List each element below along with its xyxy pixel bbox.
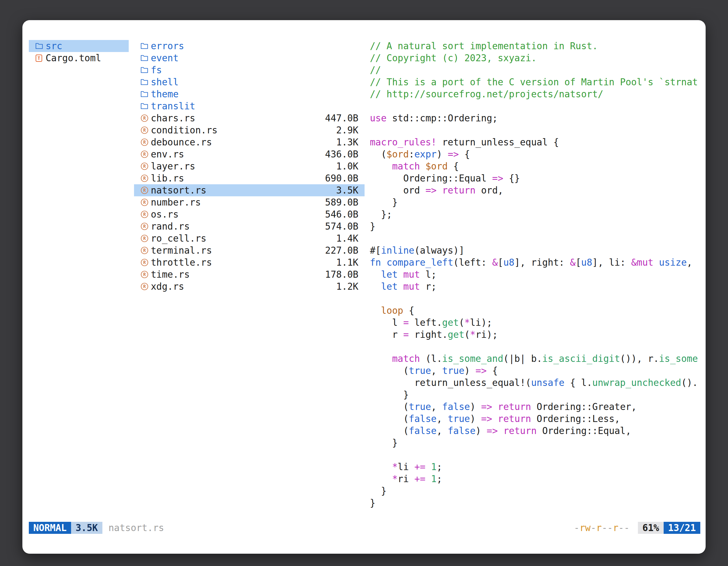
file-name: errors [151, 40, 184, 52]
file-name: time.rs [151, 269, 190, 281]
rust-file-icon: R [140, 234, 151, 243]
code-line: } [370, 497, 700, 509]
svg-text:T: T [37, 56, 40, 61]
file-name: terminal.rs [151, 245, 212, 257]
file-row-shell[interactable]: shell [134, 76, 365, 88]
code-line: (false, true) => return Ordering::Less, [370, 413, 700, 425]
file-size: 1.0K [336, 160, 358, 172]
file-row-chars.rs[interactable]: Rchars.rs447.0B [134, 112, 365, 124]
svg-text:R: R [143, 248, 146, 253]
svg-text:R: R [143, 224, 146, 229]
rust-file-icon: R [140, 198, 151, 207]
file-name: layer.rs [151, 160, 195, 172]
code-line: (false, false) => return Ordering::Equal… [370, 425, 700, 437]
file-name: src [46, 40, 62, 52]
rust-file-icon: R [140, 162, 151, 171]
file-size: 574.0B [325, 220, 358, 233]
code-line: loop { [370, 304, 700, 316]
code-line: // This is a port of the C version of Ma… [370, 76, 700, 88]
code-line: *li += 1; [370, 461, 700, 473]
file-row-fs[interactable]: fs [134, 64, 365, 76]
code-line: ord => return ord, [370, 184, 700, 196]
folder-icon [140, 42, 151, 50]
svg-text:R: R [143, 164, 146, 169]
file-row-layer.rs[interactable]: Rlayer.rs1.0K [134, 160, 365, 172]
code-line: let mut l; [370, 269, 700, 281]
file-size: 2.9K [336, 124, 358, 136]
code-line: fn compare_left(left: &[u8], right: &[u8… [370, 257, 700, 269]
file-row-os.rs[interactable]: Ros.rs546.0B [134, 208, 365, 220]
status-bar: NORMAL 3.5K natsort.rs -rw-r--r-- 61% 13… [29, 522, 700, 534]
code-line: }; [370, 208, 700, 220]
code-line: l = left.get(*li); [370, 316, 700, 328]
file-row-natsort.rs[interactable]: Rnatsort.rs3.5K [134, 184, 365, 196]
file-size: 178.0B [325, 269, 358, 281]
file-row-terminal.rs[interactable]: Rterminal.rs227.0B [134, 245, 365, 257]
file-row-env.rs[interactable]: Renv.rs436.0B [134, 148, 365, 160]
permissions-text: -rw-r--r-- [574, 522, 630, 534]
file-row-rand.rs[interactable]: Rrand.rs574.0B [134, 220, 365, 233]
file-row-ro_cell.rs[interactable]: Rro_cell.rs1.4K [134, 233, 365, 245]
rust-file-icon: R [140, 126, 151, 135]
code-line: // [370, 64, 700, 76]
file-name: shell [151, 76, 179, 88]
file-name: rand.rs [151, 220, 190, 233]
file-name: event [151, 52, 179, 64]
file-row-src[interactable]: src [29, 40, 129, 52]
code-line [370, 340, 700, 353]
file-row-condition.rs[interactable]: Rcondition.rs2.9K [134, 124, 365, 136]
file-size: 1.1K [336, 257, 358, 269]
code-line: *ri += 1; [370, 473, 700, 485]
file-size: 436.0B [325, 148, 358, 160]
code-line: Ordering::Equal => {} [370, 172, 700, 184]
file-name: Cargo.toml [46, 52, 101, 64]
file-name: os.rs [151, 208, 179, 220]
file-row-event[interactable]: event [134, 52, 365, 64]
file-size: 1.4K [336, 233, 358, 245]
rust-file-icon: R [140, 270, 151, 279]
svg-text:R: R [143, 128, 146, 133]
code-line: // Copyright (c) 2023, sxyazi. [370, 52, 700, 64]
code-line [370, 100, 700, 112]
preview-pane[interactable]: // A natural sort implementation in Rust… [370, 40, 700, 522]
rust-file-icon: R [140, 258, 151, 267]
code-line: } [370, 220, 700, 233]
file-name: translit [151, 100, 195, 112]
svg-text:R: R [143, 200, 146, 205]
status-bar-left: NORMAL 3.5K natsort.rs [29, 522, 164, 534]
mode-badge: NORMAL [29, 522, 71, 534]
file-row-theme[interactable]: theme [134, 88, 365, 100]
code-line: (true, false) => return Ordering::Greate… [370, 401, 700, 413]
file-name: natsort.rs [151, 184, 206, 196]
panes-container: srcTCargo.toml errorseventfsshellthemetr… [29, 40, 700, 522]
file-size-badge: 3.5K [71, 522, 102, 534]
rust-file-icon: R [140, 150, 151, 159]
code-line: } [370, 389, 700, 401]
folder-icon [140, 102, 151, 110]
file-row-errors[interactable]: errors [134, 40, 365, 52]
file-row-throttle.rs[interactable]: Rthrottle.rs1.1K [134, 257, 365, 269]
file-size: 546.0B [325, 208, 358, 220]
code-line: macro_rules! return_unless_equal { [370, 136, 700, 148]
folder-icon [140, 66, 151, 74]
code-line: // http://sourcefrog.net/projects/natsor… [370, 88, 700, 100]
file-size: 1.3K [336, 136, 358, 148]
file-name: xdg.rs [151, 281, 184, 292]
file-row-Cargo.toml[interactable]: TCargo.toml [29, 52, 129, 64]
file-name: ro_cell.rs [151, 233, 206, 245]
file-row-debounce.rs[interactable]: Rdebounce.rs1.3K [134, 136, 365, 148]
file-name: condition.rs [151, 124, 217, 136]
file-row-lib.rs[interactable]: Rlib.rs690.0B [134, 172, 365, 184]
code-line: // A natural sort implementation in Rust… [370, 40, 700, 52]
file-row-number.rs[interactable]: Rnumber.rs589.0B [134, 196, 365, 208]
file-size: 447.0B [325, 112, 358, 124]
code-line: let mut r; [370, 281, 700, 292]
file-row-translit[interactable]: translit [134, 100, 365, 112]
file-row-time.rs[interactable]: Rtime.rs178.0B [134, 269, 365, 281]
rust-file-icon: R [140, 222, 151, 231]
file-size: 1.2K [336, 281, 358, 292]
svg-text:R: R [143, 140, 146, 145]
svg-text:R: R [143, 272, 146, 277]
file-row-xdg.rs[interactable]: Rxdg.rs1.2K [134, 281, 365, 292]
current-pane: errorseventfsshellthemetranslitRchars.rs… [134, 40, 365, 522]
